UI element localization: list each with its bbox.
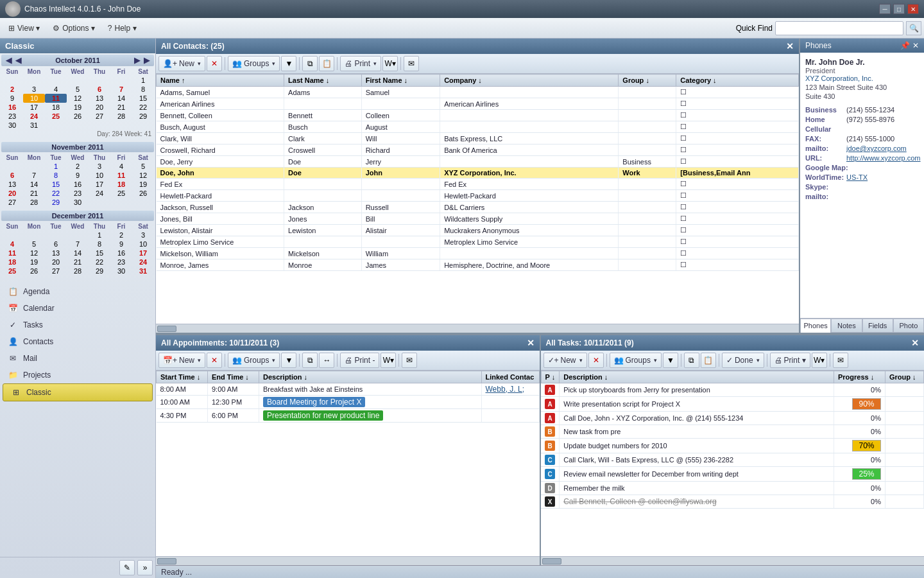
email-value[interactable]: jdoe@xyzcorp.com [846,144,907,152]
calendar-day[interactable]: 16 [1,103,23,112]
table-row[interactable]: BNew task from pre0% [541,425,924,439]
calendar-day[interactable]: 5 [132,162,154,171]
col-company[interactable]: Company ↓ [440,74,619,87]
sidebar-item-agenda[interactable]: 📋 Agenda [0,283,155,300]
contacts-delete-btn[interactable]: ✕ [207,56,222,71]
calendar-day[interactable]: 7 [67,240,89,249]
appt-email-btn[interactable]: ✉ [402,353,417,368]
table-row[interactable]: DRemember the milk0% [541,482,924,495]
sidebar-expand-btn[interactable]: » [137,560,153,575]
calendar-day[interactable]: 25 [1,267,23,276]
calendar-day[interactable]: 29 [45,198,67,207]
calendar-day[interactable]: 8 [132,85,154,94]
tasks-col-desc[interactable]: Description ↓ [560,371,834,383]
quickfind-input[interactable] [775,21,903,35]
calendar-day[interactable]: 31 [132,267,154,276]
contacts-paste-btn[interactable]: 📋 [319,56,334,71]
calendar-day[interactable]: 6 [45,240,67,249]
calendar-day[interactable]: 7 [110,85,132,94]
tasks-copy-btn[interactable]: ⧉ [684,353,699,368]
appt-col-start[interactable]: Start Time ↓ [157,371,208,383]
business-phone[interactable]: (214) 555-1234 [846,106,894,114]
tasks-delete-btn[interactable]: ✕ [588,353,604,368]
tasks-hscroll[interactable] [541,556,925,565]
calendar-day[interactable]: 30 [110,267,132,276]
calendar-day[interactable]: 7 [23,171,45,180]
appt-filter-btn[interactable]: ▼ [281,353,296,368]
table-row[interactable]: 8:00 AM9:00 AMBreakfast with Jake at Ein… [157,383,540,396]
appt-word-btn[interactable]: W▾ [381,353,396,368]
next-year-btn[interactable]: ▶ [132,56,142,65]
contacts-hscroll[interactable] [156,324,799,333]
table-row[interactable]: CReview email newsletter for December fr… [541,467,924,482]
contacts-email-btn[interactable]: ✉ [404,56,419,71]
tasks-hscroll-thumb[interactable] [542,558,561,565]
tasks-table-wrapper[interactable]: P ↓ Description ↓ Progress ↓ Group ↓ APi… [541,371,925,556]
appt-delete-btn[interactable]: ✕ [207,353,222,368]
calendar-day[interactable]: 3 [132,231,154,240]
table-row[interactable]: Clark, WillClarkWillBats Express, LLC☐ [157,133,799,144]
calendar-day[interactable]: 9 [110,240,132,249]
calendar-day[interactable]: 26 [67,112,89,121]
calendar-day[interactable]: 29 [132,112,154,121]
calendar-day[interactable]: 27 [1,198,23,207]
table-row[interactable]: Monroe, JamesMonroeJamesHemisphere, Doct… [157,259,799,271]
calendar-day[interactable]: 19 [132,180,154,189]
appt-hscroll-thumb[interactable] [157,558,176,565]
contacts-print-btn[interactable]: 🖨 Print ▾ [340,56,381,71]
col-category[interactable]: Category ↓ [676,74,799,87]
calendar-day[interactable]: 20 [45,258,67,267]
view-menu[interactable]: ⊞ View ▾ [3,21,46,35]
calendar-day[interactable]: 4 [45,85,67,94]
contacts-filter-btn[interactable]: ▼ [281,56,296,71]
table-row[interactable]: APick up storyboards from Jerry for pres… [541,383,924,397]
calendar-day[interactable]: 18 [1,258,23,267]
fax-phone[interactable]: (214) 555-1000 [846,135,894,143]
restore-btn[interactable]: □ [893,4,905,14]
table-row[interactable]: Jackson, RussellJacksonRussellD&L Carrie… [157,202,799,213]
calendar-day[interactable]: 5 [23,240,45,249]
contacts-groups-btn[interactable]: 👥 Groups ▾ [228,56,280,71]
calendar-day[interactable]: 3 [23,85,45,94]
table-row[interactable]: Doe, JohnDoeJohnXYZ Corporation, Inc.Wor… [157,168,799,179]
table-row[interactable]: American AirlinesAmerican Airlines☐ [157,98,799,110]
calendar-day[interactable]: 21 [67,258,89,267]
sidebar-item-classic[interactable]: ⊞ Classic [3,383,153,401]
table-row[interactable]: BUpdate budget numbers for 201070% [541,439,924,453]
appt-print-btn[interactable]: 🖨 Print - [340,353,379,368]
calendar-day[interactable]: 12 [67,94,89,103]
table-row[interactable]: Bennett, ColleenBennettColleen☐ [157,110,799,121]
calendar-day[interactable]: 20 [89,103,110,112]
home-phone[interactable]: (972) 555-8976 [846,116,894,123]
tab-phones[interactable]: Phones [800,319,831,333]
calendar-day[interactable]: 4 [1,240,23,249]
calendar-day[interactable]: 30 [67,198,89,207]
calendar-day[interactable]: 13 [89,94,110,103]
calendar-day[interactable]: 5 [67,85,89,94]
calendar-day[interactable]: 14 [23,180,45,189]
calendar-day[interactable]: 17 [132,249,154,258]
table-row[interactable]: Busch, AugustBuschAugust☐ [157,121,799,133]
pin-icon[interactable]: 📌 [900,41,910,50]
appt-hscroll[interactable] [156,556,540,565]
calendar-day[interactable]: 24 [89,189,110,198]
calendar-day[interactable]: 13 [45,249,67,258]
calendar-day[interactable]: 23 [1,112,23,121]
tasks-paste-btn[interactable]: 📋 [701,353,716,368]
calendar-day[interactable]: 25 [45,112,67,121]
calendar-day[interactable]: 6 [1,171,23,180]
calendar-day[interactable]: 29 [89,267,110,276]
col-group[interactable]: Group ↓ [619,74,676,87]
calendar-day[interactable]: 11 [110,171,132,180]
col-lastname[interactable]: Last Name ↓ [284,74,362,87]
calendar-day[interactable]: 21 [110,103,132,112]
titlebar-controls[interactable]: ─ □ ✕ [879,4,919,14]
col-firstname[interactable]: First Name ↓ [361,74,440,87]
tasks-col-priority[interactable]: P ↓ [541,371,560,383]
calendar-day[interactable]: 18 [110,180,132,189]
tasks-groups-btn[interactable]: 👥 Groups ▾ [610,353,662,368]
tasks-word-btn[interactable]: W▾ [812,353,827,368]
calendar-day[interactable]: 26 [132,189,154,198]
phones-close-btn[interactable]: ✕ [912,41,919,50]
table-row[interactable]: Croswell, RichardCroswellRichardBank Of … [157,144,799,156]
